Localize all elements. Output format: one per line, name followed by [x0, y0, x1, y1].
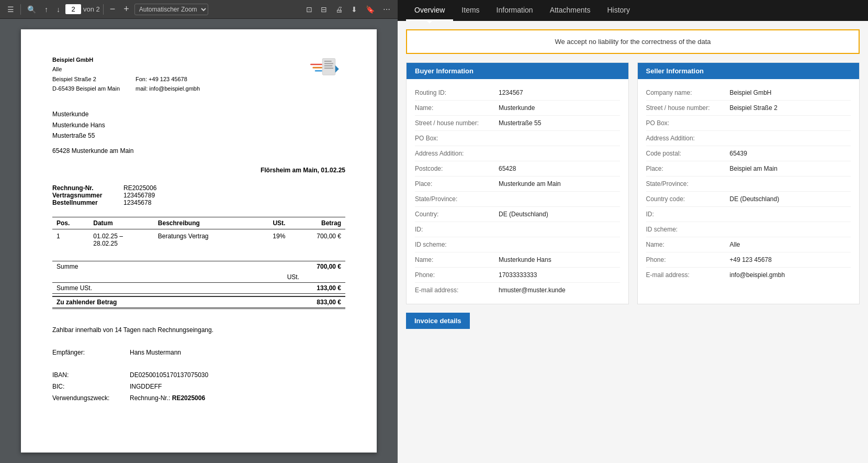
next-page-button[interactable]: ↓	[53, 3, 63, 16]
invoice-details-header: Invoice details	[406, 313, 470, 329]
zoom-select[interactable]: Automatischer Zoom 50% 75% 100% 125% 150…	[134, 4, 208, 15]
col-pos: Pos.	[52, 217, 89, 229]
verwendung-detail: Verwendungszweck: Rechnung-Nr.: RE202500…	[52, 393, 345, 404]
download-button[interactable]: ⬇	[348, 3, 360, 16]
seller-place-row: Place: Beispiel am Main	[646, 161, 851, 177]
seller-postcode-row: Code postal: 65439	[646, 146, 851, 161]
toolbar-right: ⊡ ⊟ 🖨 ⬇ 🔖 ⋯	[303, 3, 393, 16]
seller-country-row: Country code: DE (Deutschland)	[646, 192, 851, 207]
nav-item-items[interactable]: Items	[453, 0, 488, 21]
seller-card: Seller Information Company name: Beispie…	[637, 62, 860, 304]
iban-detail: IBAN: DE02500105170137075030	[52, 370, 345, 381]
page-count-label: von 2	[83, 5, 100, 13]
company-logo	[309, 56, 345, 86]
seller-state-row: State/Province:	[646, 177, 851, 192]
bic-detail: BIC: INGDDEFF	[52, 381, 345, 393]
svg-rect-2	[324, 63, 334, 64]
buyer-card: Buyer Information Routing ID: 1234567 Na…	[406, 62, 629, 304]
info-panel: Overview Items Information Attachments H…	[398, 0, 868, 463]
cell-ust: 19%	[254, 229, 289, 250]
zoom-out-button[interactable]: −	[107, 2, 119, 17]
buyer-country-row: Country: DE (Deutschland)	[415, 207, 620, 222]
more-button[interactable]: ⋯	[380, 3, 393, 16]
col-datum: Datum	[89, 217, 154, 229]
buyer-address-addition-row: Address Addition:	[415, 146, 620, 161]
invoice-meta: Rechnung-Nr. RE2025006 Vertragsnummer 12…	[52, 184, 345, 206]
company-details: Beispiel Straße 2 D-65439 Beispiel am Ma…	[52, 75, 200, 93]
table-row: 1 01.02.25 –28.02.25 Beratungs Vertrag 1…	[52, 229, 345, 250]
seller-street-row: Street / house number: Beispiel Straße 2	[646, 101, 851, 116]
summe-ust-row: Summe USt. 133,00 €	[52, 282, 345, 294]
col-betrag: Betrag	[289, 217, 345, 229]
buyer-state-row: State/Province:	[415, 192, 620, 207]
buyer-card-body: Routing ID: 1234567 Name: Musterkunde St…	[407, 79, 628, 304]
info-cards-row: Buyer Information Routing ID: 1234567 Na…	[406, 62, 860, 304]
pdf-toolbar: ☰ 🔍 ↑ ↓ von 2 − + Automatischer Zoom 50%…	[0, 0, 398, 19]
payment-info: Zahlbar innerhalb von 14 Tagen nach Rech…	[52, 325, 345, 404]
seller-id-row: ID:	[646, 207, 851, 222]
cell-betrag: 700,00 €	[289, 229, 345, 250]
seller-phone-row: Phone: +49 123 45678	[646, 252, 851, 268]
order-row: Bestellnummer 12345678	[52, 199, 345, 206]
pdf-page: Beispiel GmbH Alle Beispiel Straße 2 D-6…	[21, 29, 377, 453]
nav-item-history[interactable]: History	[599, 0, 638, 21]
recipient-block: Musterkunde Musterkunde Hans Mustertraße…	[52, 109, 345, 156]
print-button[interactable]: 🖨	[332, 3, 346, 16]
nav-item-information[interactable]: Information	[488, 0, 542, 21]
find-button[interactable]: 🔍	[24, 3, 39, 16]
bookmark-button[interactable]: 🔖	[363, 3, 378, 16]
seller-email-row: E-mail address: info@beispiel.gmbh	[646, 268, 851, 282]
buyer-street-row: Street / house number: Mustertraße 55	[415, 116, 620, 131]
buyer-routing-id-row: Routing ID: 1234567	[415, 85, 620, 101]
col-beschreibung: Beschreibung	[154, 217, 254, 229]
zoom-in-button[interactable]: +	[120, 2, 132, 17]
cell-datum: 01.02.25 –28.02.25	[89, 229, 154, 250]
seller-pobox-row: PO Box:	[646, 116, 851, 131]
cell-pos: 1	[52, 229, 89, 250]
svg-rect-4	[324, 68, 334, 69]
invoice-table: Pos. Datum Beschreibung USt. Betrag 1 01…	[52, 217, 345, 250]
buyer-email-row: E-mail address: hmuster@muster.kunde	[415, 283, 620, 297]
svg-rect-1	[324, 61, 332, 62]
buyer-card-header: Buyer Information	[407, 63, 628, 79]
fit-page-button[interactable]: ⊡	[303, 3, 315, 16]
svg-rect-3	[324, 65, 333, 67]
invoice-date: Flörsheim am Main, 01.02.25	[52, 167, 345, 174]
col-ust: USt.	[254, 217, 289, 229]
buyer-place-row: Place: Musterkunde am Main	[415, 177, 620, 192]
seller-card-header: Seller Information	[638, 63, 860, 79]
seller-card-body: Company name: Beispiel GmbH Street / hou…	[638, 79, 860, 289]
buyer-phone-row: Phone: 17033333333	[415, 268, 620, 283]
fit-width-button[interactable]: ⊟	[318, 3, 330, 16]
warning-banner: We accept no liability for the correctne…	[406, 29, 860, 54]
buyer-contact-name-row: Name: Musterkunde Hans	[415, 252, 620, 268]
seller-id-scheme-row: ID scheme:	[646, 222, 851, 237]
invoice-header: Beispiel GmbH Alle Beispiel Straße 2 D-6…	[52, 56, 345, 93]
cell-beschreibung: Beratungs Vertrag	[154, 229, 254, 250]
buyer-pobox-row: PO Box:	[415, 131, 620, 146]
buyer-id-row: ID:	[415, 222, 620, 237]
company-name: Beispiel GmbH	[52, 56, 200, 65]
buyer-postcode-row: Postcode: 65428	[415, 161, 620, 177]
info-navigation: Overview Items Information Attachments H…	[398, 0, 868, 21]
nav-item-attachments[interactable]: Attachments	[542, 0, 599, 21]
seller-company-name-row: Company name: Beispiel GmbH	[646, 85, 851, 101]
toolbar-separator-1	[20, 4, 21, 15]
prev-page-button[interactable]: ↑	[41, 3, 51, 16]
invoice-nr-row: Rechnung-Nr. RE2025006	[52, 184, 345, 192]
pdf-viewer: ☰ 🔍 ↑ ↓ von 2 − + Automatischer Zoom 50%…	[0, 0, 398, 463]
total-row: Zu zahlender Betrag 833,00 €	[52, 296, 345, 309]
empfaenger-detail: Empfänger: Hans Mustermann	[52, 347, 345, 359]
svg-marker-8	[335, 65, 339, 73]
ust-row: USt.	[52, 272, 345, 282]
company-contact: Fon: +49 123 45678 mail: info@beispiel.g…	[136, 75, 200, 93]
invoice-totals: Summe 700,00 € USt. Summe USt. 133,00 € …	[52, 261, 345, 309]
seller-address-addition-row: Address Addition:	[646, 131, 851, 146]
nav-item-overview[interactable]: Overview	[406, 0, 453, 21]
buyer-name-row: Name: Musterkunde	[415, 101, 620, 116]
info-content: We accept no liability for the correctne…	[398, 21, 868, 463]
company-info: Beispiel GmbH Alle Beispiel Straße 2 D-6…	[52, 56, 200, 93]
sidebar-toggle-button[interactable]: ☰	[4, 3, 17, 16]
page-number-input[interactable]	[65, 4, 81, 14]
seller-contact-name-row: Name: Alle	[646, 237, 851, 252]
